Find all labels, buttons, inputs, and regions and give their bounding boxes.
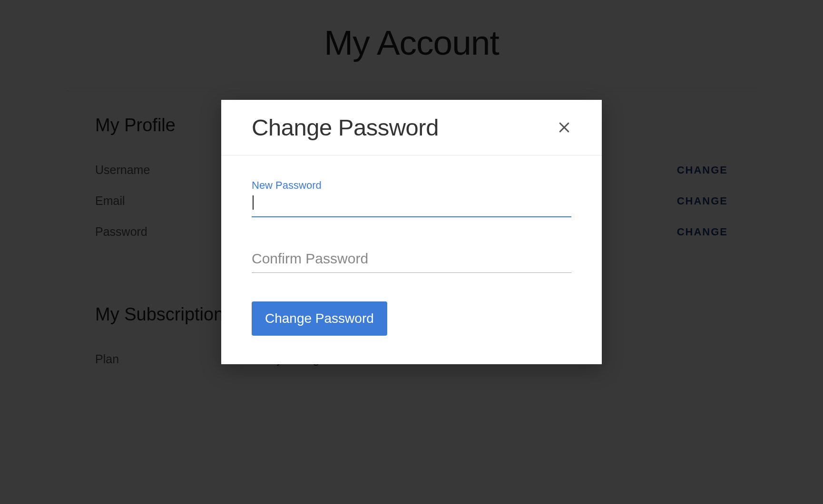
- change-password-modal: Change Password New Password Change Pass…: [221, 100, 602, 364]
- change-password-button[interactable]: Change Password: [252, 301, 387, 336]
- modal-body: New Password Change Password: [221, 155, 602, 364]
- new-password-group: New Password: [252, 179, 571, 217]
- new-password-input[interactable]: [252, 194, 571, 217]
- modal-header: Change Password: [221, 100, 602, 155]
- confirm-password-group: [252, 246, 571, 273]
- close-icon[interactable]: [557, 120, 571, 135]
- modal-overlay[interactable]: Change Password New Password Change Pass…: [0, 0, 823, 504]
- modal-title: Change Password: [252, 114, 439, 141]
- new-password-label: New Password: [252, 179, 571, 192]
- text-cursor: [253, 195, 254, 210]
- confirm-password-input[interactable]: [252, 246, 571, 273]
